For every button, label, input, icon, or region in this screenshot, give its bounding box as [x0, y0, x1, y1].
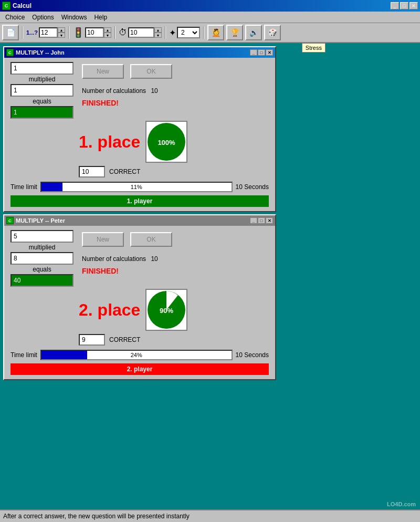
- john-new-btn[interactable]: New: [82, 64, 124, 79]
- toolbar-separator-5: [203, 26, 204, 39]
- level-group: ✦ 2 1 3: [169, 27, 200, 38]
- traffic-icon: 🚦: [72, 27, 84, 38]
- window-john-titlebar: C MULTIPLY -- John _ □ ✕: [4, 47, 275, 58]
- peter-num-calc-value: 10: [151, 255, 158, 263]
- window-john-title: MULTIPLY -- John: [16, 49, 65, 56]
- calc-icon-john: C: [6, 49, 14, 56]
- peter-time-seconds: 10 Seconds: [236, 351, 269, 359]
- maximize-button[interactable]: □: [400, 2, 408, 9]
- minimize-button[interactable]: _: [391, 2, 399, 9]
- peter-player-bar: 2. player: [10, 363, 269, 375]
- john-input2[interactable]: [10, 84, 74, 97]
- peter-new-btn[interactable]: New: [82, 232, 124, 247]
- peter-answer[interactable]: [10, 274, 74, 287]
- count-up-arrow[interactable]: ▲: [58, 27, 65, 33]
- title-bar-buttons: _ □ ✕: [391, 2, 418, 9]
- window-peter: C MULTIPLY -- Peter _ □ ✕ multiplied equ…: [3, 214, 276, 380]
- peter-time-row: Time limit 24% 10 Seconds: [10, 350, 269, 360]
- john-num-calc-label: Number of calculations: [82, 87, 146, 95]
- peter-maximize-btn[interactable]: □: [258, 217, 265, 224]
- menu-options[interactable]: Options: [29, 13, 57, 22]
- main-title-bar: C Calcul _ □ ✕: [0, 0, 420, 12]
- menu-windows[interactable]: Windows: [58, 13, 90, 22]
- timer-up-arrow[interactable]: ▲: [154, 27, 162, 33]
- count-label: 1...?: [26, 29, 38, 36]
- toolbar-separator-3: [114, 26, 116, 39]
- john-player-bar: 1. player: [10, 195, 269, 207]
- peter-time-percent: 24%: [41, 352, 232, 358]
- count-down-arrow[interactable]: ▼: [58, 33, 65, 38]
- john-time-row: Time limit 11% 10 Seconds: [10, 182, 269, 192]
- john-finished: FINISHED!: [82, 99, 119, 107]
- timer-input[interactable]: [128, 27, 154, 38]
- john-close-btn[interactable]: ✕: [266, 49, 273, 56]
- john-pie: 100%: [145, 121, 187, 163]
- level-select[interactable]: 2 1 3: [177, 27, 200, 38]
- extra-icon: 🎲: [268, 28, 277, 37]
- peter-ok-btn[interactable]: OK: [130, 232, 172, 247]
- peter-correct-input[interactable]: [79, 334, 105, 346]
- menu-help[interactable]: Help: [91, 13, 110, 22]
- speed-input[interactable]: [85, 27, 104, 38]
- toolbar-separator-2: [68, 26, 69, 39]
- peter-time-label: Time limit: [10, 351, 37, 359]
- traffic-group: 🚦 ▲ ▼: [72, 27, 111, 38]
- extra-button[interactable]: 🎲: [264, 25, 281, 40]
- window-peter-titlebar: C MULTIPLY -- Peter _ □ ✕: [4, 215, 275, 226]
- watermark: LO4D.com: [387, 501, 416, 507]
- john-input1[interactable]: [10, 62, 74, 75]
- sound-button[interactable]: 🔊: [245, 25, 262, 40]
- close-button[interactable]: ✕: [410, 2, 418, 9]
- john-pie-text: 100%: [158, 139, 176, 147]
- window-john: C MULTIPLY -- John _ □ ✕ multiplied equa…: [3, 46, 276, 212]
- sound-icon: 🔊: [249, 28, 258, 37]
- new-file-icon: 📄: [6, 28, 15, 37]
- john-num-calc-value: 10: [151, 87, 158, 95]
- main-area: C MULTIPLY -- John _ □ ✕ multiplied equa…: [0, 43, 420, 383]
- timer-icon: ⏱: [119, 28, 127, 37]
- stress-button[interactable]: 💆: [207, 25, 224, 40]
- menu-choice[interactable]: Choice: [2, 13, 28, 22]
- menu-bar: Choice Options Windows Help: [0, 12, 420, 23]
- john-place: 1. place: [79, 132, 140, 152]
- john-multiplied-label: multiplied: [10, 76, 74, 83]
- window-peter-title: MULTIPLY -- Peter: [16, 217, 65, 224]
- peter-input1[interactable]: [10, 230, 74, 243]
- john-time-percent: 11%: [41, 184, 232, 190]
- new-file-button[interactable]: 📄: [2, 25, 19, 40]
- peter-minimize-btn[interactable]: _: [250, 217, 257, 224]
- toolbar: 📄 1...? ▲ ▼ 🚦 ▲ ▼ ⏱ ▲ ▼: [0, 23, 420, 43]
- status-text: After a correct answer, the new question…: [3, 513, 190, 520]
- john-maximize-btn[interactable]: □: [258, 49, 265, 56]
- app-title: Calcul: [13, 2, 32, 9]
- john-answer[interactable]: [10, 106, 74, 119]
- peter-correct-row: CORRECT: [79, 334, 269, 346]
- settings-icon: 🏆: [230, 28, 239, 37]
- peter-num-calc-label: Number of calculations: [82, 255, 146, 263]
- speed-up-arrow[interactable]: ▲: [104, 27, 111, 33]
- count-input[interactable]: [39, 27, 58, 38]
- peter-place: 2. place: [79, 300, 140, 320]
- toolbar-separator-1: [22, 26, 23, 39]
- peter-close-btn[interactable]: ✕: [266, 217, 273, 224]
- john-time-label: Time limit: [10, 183, 37, 191]
- john-correct-input[interactable]: [79, 166, 105, 178]
- john-correct-label: CORRECT: [109, 168, 140, 175]
- peter-correct-label: CORRECT: [109, 336, 140, 343]
- peter-finished: FINISHED!: [82, 267, 119, 275]
- timer-down-arrow[interactable]: ▼: [154, 33, 162, 38]
- toolbar-separator-4: [165, 26, 166, 39]
- speed-down-arrow[interactable]: ▼: [104, 33, 111, 38]
- john-equals-label: equals: [10, 98, 74, 105]
- settings-button[interactable]: 🏆: [226, 25, 243, 40]
- john-ok-btn[interactable]: OK: [130, 64, 172, 79]
- window-john-body: multiplied equals New OK Number of calcu…: [4, 58, 275, 211]
- peter-multiplied-label: multiplied: [10, 244, 74, 251]
- calc-icon-peter: C: [6, 217, 14, 224]
- stress-icon: 💆: [212, 28, 220, 37]
- peter-input2[interactable]: [10, 252, 74, 265]
- john-correct-row: CORRECT: [79, 166, 269, 178]
- status-bar: After a correct answer, the new question…: [0, 509, 420, 522]
- timer-group: ⏱ ▲ ▼: [119, 27, 162, 38]
- john-minimize-btn[interactable]: _: [250, 49, 257, 56]
